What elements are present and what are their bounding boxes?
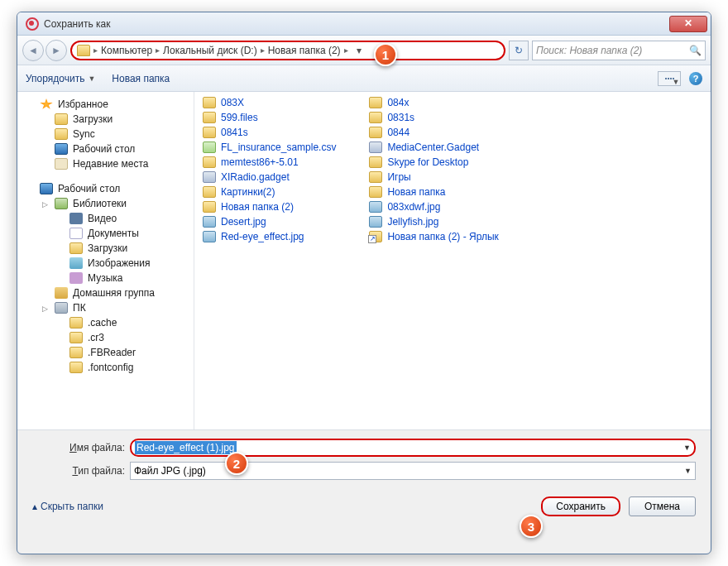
file-name: 599.files (221, 112, 258, 123)
file-item[interactable]: Jellyfish.jpg (369, 216, 498, 228)
file-item[interactable]: Desert.jpg (203, 216, 336, 228)
back-button[interactable]: ◄ (22, 40, 44, 61)
tree-label: Музыка (88, 272, 122, 284)
file-item[interactable]: 0841s (203, 127, 336, 138)
file-item[interactable]: 0831s (369, 112, 498, 123)
tree-label: Рабочий стол (73, 143, 135, 155)
save-as-dialog: Сохранить как ✕ ◄ ► ▸ Компьютер ▸ Локаль… (17, 12, 711, 554)
folder-icon (369, 127, 382, 138)
sidebar-tree[interactable]: ИзбранноеЗагрузкиSyncРабочий столНедавни… (17, 92, 194, 429)
tree-label: Загрузки (88, 242, 127, 254)
chevron-down-icon[interactable]: ▼ (684, 467, 692, 475)
chevron-down-icon[interactable]: ▼ (683, 444, 691, 452)
tree-item[interactable]: .cr3 (17, 330, 194, 345)
expand-icon[interactable]: ▷ (42, 305, 50, 312)
file-item[interactable]: 0844 (369, 127, 498, 138)
file-item[interactable]: Новая папка (369, 186, 498, 198)
file-name: 0831s (387, 112, 414, 123)
refresh-button[interactable]: ↻ (509, 41, 529, 60)
file-item[interactable]: 084x (369, 97, 498, 108)
tree-label: Рабочий стол (58, 183, 120, 194)
file-name: 083X (221, 97, 244, 108)
music-icon (69, 272, 83, 284)
tree-item[interactable]: ▷ПК (17, 300, 194, 315)
tree-item[interactable]: Изображения (17, 256, 194, 271)
tree-item[interactable]: Sync (17, 127, 194, 142)
filename-value: Red-eye_effect (1).jpg (135, 441, 237, 454)
file-item[interactable]: memtest86+-5.01 (203, 156, 336, 168)
search-input[interactable]: Поиск: Новая папка (2) 🔍 (532, 41, 706, 60)
folder-icon (203, 97, 216, 108)
breadcrumb-item[interactable]: Новая папка (2) (268, 45, 341, 56)
folder-icon (369, 171, 382, 183)
chevron-right-icon: ▸ (92, 46, 99, 55)
folder-icon (203, 127, 216, 138)
tree-label: .cache (88, 317, 117, 329)
filetype-label: Тип файла: (32, 465, 130, 477)
gadget-icon (369, 142, 382, 153)
file-item[interactable]: MediaCenter.Gadget (369, 142, 498, 153)
tree-item[interactable]: Видео (17, 211, 194, 226)
tree-item[interactable]: Рабочий стол (17, 181, 194, 196)
folder-icon (69, 362, 83, 373)
file-item[interactable]: Новая папка (2) - Ярлык (369, 231, 498, 242)
tree-item[interactable]: Домашняя группа (17, 285, 194, 300)
filename-label: Имя файла: (32, 442, 130, 453)
cancel-button[interactable]: Отмена (629, 496, 696, 516)
file-item[interactable]: FL_insurance_sample.csv (203, 142, 336, 153)
folder-icon (369, 112, 382, 123)
tree-item[interactable]: Избранное (17, 97, 194, 112)
file-name: Desert.jpg (221, 216, 266, 228)
new-folder-button[interactable]: Новая папка (112, 73, 170, 84)
tree-label: Библиотеки (73, 198, 127, 209)
doc-icon (69, 228, 83, 239)
chevron-right-icon: ▸ (259, 46, 266, 55)
filename-input[interactable]: Red-eye_effect (1).jpg ▼ (130, 439, 696, 457)
file-item[interactable]: 083X (203, 97, 336, 108)
callout-2: 2 (225, 452, 248, 475)
breadcrumb-dropdown[interactable]: ▾ (352, 45, 366, 56)
chevron-down-icon: ▼ (88, 74, 95, 83)
tree-item[interactable]: Загрузки (17, 112, 194, 127)
sync-icon (55, 128, 68, 140)
desktop-icon (55, 143, 68, 155)
file-item[interactable]: Картинки(2) (203, 186, 336, 198)
expand-icon[interactable]: ▷ (42, 200, 50, 208)
tree-item[interactable]: Документы (17, 226, 194, 241)
file-name: Новая папка (387, 186, 445, 198)
close-button[interactable]: ✕ (669, 16, 707, 32)
file-item[interactable]: XIRadio.gadget (203, 171, 336, 183)
file-item[interactable]: Новая папка (2) (203, 201, 336, 213)
file-item[interactable]: Игры (369, 171, 498, 183)
view-options-button[interactable]: ▼ (658, 71, 681, 86)
file-item[interactable]: 599.files (203, 112, 336, 123)
breadcrumb-item[interactable]: Локальный диск (D:) (163, 45, 257, 56)
file-list[interactable]: 083X599.files0841sFL_insurance_sample.cs… (194, 92, 711, 429)
save-button[interactable]: Сохранить (541, 496, 620, 516)
tree-item[interactable]: Рабочий стол (17, 142, 194, 156)
help-icon[interactable]: ? (689, 72, 702, 85)
tree-label: Загрузки (73, 113, 113, 125)
tree-label: .FBReader (88, 347, 136, 358)
tree-item[interactable]: ▷Библиотеки (17, 196, 194, 211)
tree-item[interactable]: Загрузки (17, 241, 194, 256)
tree-item[interactable]: .cache (17, 315, 194, 330)
tree-item[interactable]: Музыка (17, 271, 194, 285)
file-item[interactable]: 083xdwf.jpg (369, 201, 498, 213)
forward-button[interactable]: ► (46, 40, 67, 61)
breadcrumb[interactable]: ▸ Компьютер ▸ Локальный диск (D:) ▸ Нова… (70, 41, 505, 60)
img-icon (69, 257, 83, 269)
hide-folders-link[interactable]: ▴ Скрыть папки (32, 501, 103, 512)
chevron-down-icon: ▼ (673, 78, 674, 79)
jpg-icon (203, 216, 216, 228)
link-icon (369, 231, 382, 242)
tree-item[interactable]: .FBReader (17, 345, 194, 360)
organize-menu[interactable]: Упорядочить ▼ (26, 73, 95, 84)
breadcrumb-item[interactable]: Компьютер (101, 45, 152, 56)
file-item[interactable]: Red-eye_effect.jpg (203, 231, 336, 242)
filetype-select[interactable]: Файл JPG (.jpg) ▼ (130, 462, 696, 480)
tree-item[interactable]: Недавние места (17, 156, 194, 171)
file-item[interactable]: Skype for Desktop (369, 156, 498, 168)
folder-icon (69, 242, 83, 254)
tree-item[interactable]: .fontconfig (17, 360, 194, 375)
